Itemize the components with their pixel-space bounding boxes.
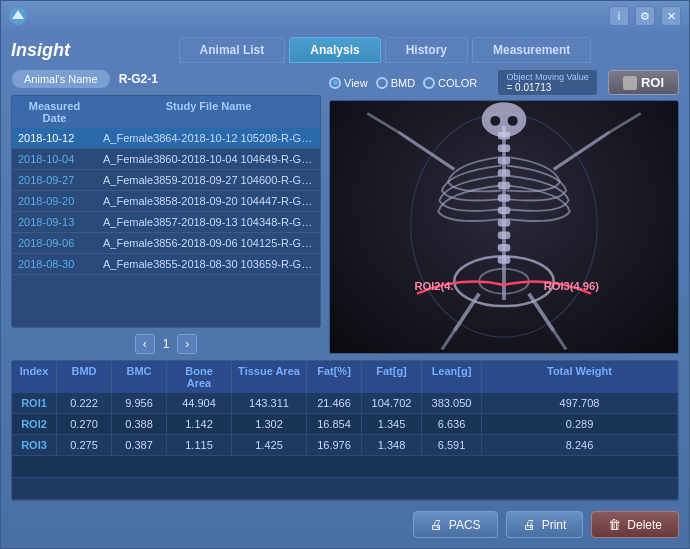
svg-text:ROI2(4.: ROI2(4. xyxy=(415,280,454,292)
close-button[interactable]: ✕ xyxy=(661,6,681,26)
delete-button[interactable]: 🗑 Delete xyxy=(591,511,679,538)
radio-color-dot xyxy=(423,77,435,89)
animal-name-value: R-G2-1 xyxy=(119,72,158,86)
col-header-bonearea: Bone Area xyxy=(167,361,232,393)
pacs-icon: 🖨 xyxy=(430,517,443,532)
svg-point-16 xyxy=(508,116,518,126)
view-controls: View BMD COLOR Object Moving Value xyxy=(329,69,679,96)
svg-line-23 xyxy=(454,294,479,331)
svg-point-15 xyxy=(490,116,500,126)
col-header-date: Measured Date xyxy=(12,96,97,128)
svg-line-25 xyxy=(529,294,554,331)
tab-measurement[interactable]: Measurement xyxy=(472,37,591,63)
col-header-fatg: Fat[g] xyxy=(362,361,422,393)
main-content: Insight Animal List Analysis History Mea… xyxy=(1,31,689,548)
radio-bmd-dot xyxy=(376,77,388,89)
radio-view-dot xyxy=(329,77,341,89)
svg-line-20 xyxy=(367,113,398,132)
svg-rect-11 xyxy=(498,231,510,238)
roi-icon xyxy=(623,76,637,90)
table-row[interactable]: 2018-08-30 A_Female3855-2018-08-30 10365… xyxy=(12,254,320,275)
col-header-fatpct: Fat[%] xyxy=(307,361,362,393)
table-row[interactable]: 2018-10-04 A_Female3860-2018-10-04 10464… xyxy=(12,149,320,170)
app-window: i ⚙ ✕ Insight Animal List Analysis H xyxy=(0,0,690,549)
titlebar-left xyxy=(9,7,27,25)
file-table-header: Measured Date Study File Name xyxy=(12,96,320,128)
table-row[interactable]: 2018-10-12 A_Female3864-2018-10-12 10520… xyxy=(12,128,320,149)
col-header-index: Index xyxy=(12,361,57,393)
titlebar-right: i ⚙ ✕ xyxy=(609,6,681,26)
tab-analysis[interactable]: Analysis xyxy=(289,37,380,63)
roi-button[interactable]: ROI xyxy=(608,70,679,95)
print-button[interactable]: 🖨 Print xyxy=(506,511,584,538)
col-header-bmc: BMC xyxy=(112,361,167,393)
titlebar: i ⚙ ✕ xyxy=(1,1,689,31)
table-row[interactable]: 2018-09-20 A_Female3858-2018-09-20 10444… xyxy=(12,191,320,212)
svg-line-26 xyxy=(554,331,566,350)
data-table: Index BMD BMC Bone Area Tissue Area Fat[… xyxy=(11,360,679,501)
svg-line-22 xyxy=(610,113,641,132)
svg-point-14 xyxy=(482,102,527,137)
radio-color[interactable]: COLOR xyxy=(423,77,477,89)
svg-line-24 xyxy=(442,331,454,350)
left-panel: Animal's Name R-G2-1 Measured Date Study… xyxy=(11,69,321,354)
right-panel: View BMD COLOR Object Moving Value xyxy=(329,69,679,354)
next-page-button[interactable]: › xyxy=(177,334,197,354)
animal-name-label: Animal's Name xyxy=(11,69,111,89)
pagination: ‹ 1 › xyxy=(11,334,321,354)
settings-button[interactable]: ⚙ xyxy=(635,6,655,26)
data-table-header: Index BMD BMC Bone Area Tissue Area Fat[… xyxy=(12,361,678,393)
table-row[interactable]: ROI1 0.222 9.956 44.904 143.311 21.466 1… xyxy=(12,393,678,414)
xray-image: ROI2(4. ROI3(4.96) xyxy=(329,100,679,354)
table-row[interactable]: ROI3 0.275 0.387 1.115 1.425 16.976 1.34… xyxy=(12,435,678,456)
object-value-box: Object Moving Value = 0.01713 xyxy=(497,69,597,96)
table-row[interactable]: 2018-09-06 A_Female3856-2018-09-06 10412… xyxy=(12,233,320,254)
tab-animal-list[interactable]: Animal List xyxy=(179,37,286,63)
close-icon: ✕ xyxy=(667,10,676,23)
svg-rect-9 xyxy=(498,207,510,214)
data-table-body: ROI1 0.222 9.956 44.904 143.311 21.466 1… xyxy=(12,393,678,500)
table-row-empty xyxy=(12,456,678,478)
col-header-name: Study File Name xyxy=(97,96,320,128)
app-title: Insight xyxy=(11,40,81,61)
table-row[interactable]: ROI2 0.270 0.388 1.142 1.302 16.854 1.34… xyxy=(12,414,678,435)
table-row-empty xyxy=(12,478,678,500)
col-header-leang: Lean[g] xyxy=(422,361,482,393)
radio-view[interactable]: View xyxy=(329,77,368,89)
svg-rect-8 xyxy=(498,194,510,201)
radio-bmd[interactable]: BMD xyxy=(376,77,415,89)
tab-history[interactable]: History xyxy=(385,37,468,63)
prev-page-button[interactable]: ‹ xyxy=(135,334,155,354)
body-area: Animal's Name R-G2-1 Measured Date Study… xyxy=(11,69,679,354)
footer: 🖨 PACS 🖨 Print 🗑 Delete xyxy=(11,507,679,542)
object-value-label: Object Moving Value xyxy=(506,72,588,82)
file-table: Measured Date Study File Name 2018-10-12… xyxy=(11,95,321,328)
gear-icon: ⚙ xyxy=(640,10,650,23)
col-header-tissuearea: Tissue Area xyxy=(232,361,307,393)
page-number: 1 xyxy=(163,337,170,351)
col-header-totalweight: Total Weight xyxy=(482,361,678,393)
col-header-bmd: BMD xyxy=(57,361,112,393)
delete-icon: 🗑 xyxy=(608,517,621,532)
object-value: = 0.01713 xyxy=(506,82,588,93)
print-icon: 🖨 xyxy=(523,517,536,532)
svg-marker-0 xyxy=(12,10,24,19)
tab-bar: Animal List Analysis History Measurement xyxy=(91,37,679,63)
app-icon xyxy=(9,7,27,25)
svg-text:ROI3(4.96): ROI3(4.96) xyxy=(544,280,600,292)
header-row: Insight Animal List Analysis History Mea… xyxy=(11,37,679,63)
animal-name-row: Animal's Name R-G2-1 xyxy=(11,69,321,89)
info-button[interactable]: i xyxy=(609,6,629,26)
svg-rect-4 xyxy=(498,144,510,151)
xray-svg: ROI2(4. ROI3(4.96) xyxy=(330,101,678,350)
svg-rect-12 xyxy=(498,244,510,251)
table-row[interactable]: 2018-09-13 A_Female3857-2018-09-13 10434… xyxy=(12,212,320,233)
file-table-body: 2018-10-12 A_Female3864-2018-10-12 10520… xyxy=(12,128,320,275)
pacs-button[interactable]: 🖨 PACS xyxy=(413,511,498,538)
radio-group: View BMD COLOR xyxy=(329,77,477,89)
table-row[interactable]: 2018-09-27 A_Female3859-2018-09-27 10460… xyxy=(12,170,320,191)
